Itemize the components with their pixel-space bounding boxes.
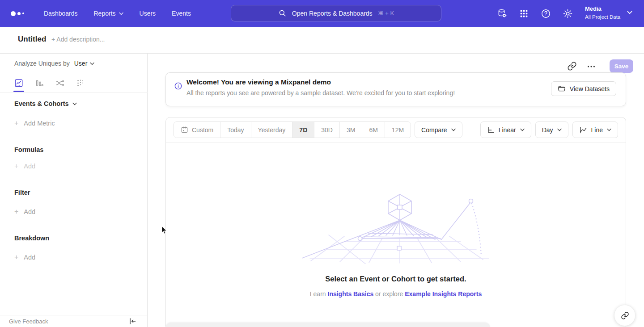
flows-tab-icon[interactable]: [55, 79, 64, 88]
compare-dropdown[interactable]: Compare: [415, 122, 462, 138]
welcome-banner: Welcome! You are viewing a Mixpanel demo…: [165, 72, 626, 106]
chevron-down-icon: [90, 62, 94, 65]
search-placeholder: Open Reports & Dashboards: [292, 10, 373, 17]
add-metric-button[interactable]: + Add Metric: [14, 119, 55, 127]
save-button[interactable]: Save: [610, 59, 633, 73]
example-insights-reports-link[interactable]: Example Insights Reports: [405, 290, 482, 298]
range-12m[interactable]: 12M: [385, 122, 411, 138]
range-custom[interactable]: Custom: [174, 122, 220, 138]
primary-nav: Dashboards Reports Users Events: [44, 10, 191, 17]
report-description-placeholder[interactable]: + Add description...: [51, 36, 105, 43]
view-datasets-button[interactable]: View Datasets: [551, 81, 616, 96]
nav-events[interactable]: Events: [172, 10, 191, 17]
plus-icon: +: [14, 208, 18, 216]
retention-tab-icon[interactable]: [76, 79, 85, 88]
analyze-value-dropdown[interactable]: User: [74, 60, 95, 67]
nav-dashboards[interactable]: Dashboards: [44, 10, 78, 17]
analyze-uniques-row: Analyze Uniques by User: [14, 60, 94, 67]
project-chevron-down-icon[interactable]: [627, 11, 632, 14]
plus-icon: +: [14, 119, 18, 127]
chevron-down-icon: [557, 128, 562, 131]
chevron-down-icon: [520, 128, 525, 131]
filter-section: Filter: [14, 189, 30, 196]
insights-basics-link[interactable]: Insights Basics: [328, 290, 374, 298]
mixpanel-logo[interactable]: [11, 11, 30, 16]
range-6m[interactable]: 6M: [362, 122, 384, 138]
breakdown-section: Breakdown: [14, 235, 49, 242]
project-scope: All Project Data: [585, 13, 620, 21]
range-yesterday[interactable]: Yesterday: [251, 122, 292, 138]
gear-icon[interactable]: [562, 8, 573, 19]
share-link-fab[interactable]: [614, 305, 636, 326]
scale-dropdown[interactable]: Linear: [480, 122, 531, 138]
banner-title: Welcome! You are viewing a Mixpanel demo: [186, 78, 331, 86]
bottom-panel-edge: [165, 323, 490, 327]
help-circle-icon[interactable]: [540, 8, 551, 19]
chart-display-controls: Linear Day Line: [480, 122, 618, 138]
range-3m[interactable]: 3M: [339, 122, 362, 138]
chart-controls: Custom Today Yesterday 7D 30D 3M 6M 12M …: [166, 117, 626, 143]
collapse-sidebar-icon[interactable]: [128, 317, 136, 325]
empty-state-illustration: [302, 190, 490, 264]
chevron-down-icon: [119, 12, 123, 15]
grid-apps-icon[interactable]: [518, 8, 529, 19]
search-shortcut: ⌘ + K: [378, 10, 394, 17]
chevron-down-icon: [607, 128, 611, 131]
analyze-prefix: Analyze Uniques by: [14, 60, 70, 67]
date-range-segmented-control: Custom Today Yesterday 7D 30D 3M 6M 12M: [174, 122, 411, 138]
axis-icon: [487, 126, 495, 134]
calendar-icon: [181, 126, 188, 134]
info-circle-icon: [174, 82, 182, 90]
search-icon: [278, 9, 287, 17]
chart-type-dropdown[interactable]: Line: [572, 122, 618, 138]
database-gear-icon[interactable]: [496, 8, 507, 19]
chevron-down-icon: [451, 128, 456, 131]
plus-icon: +: [14, 253, 18, 261]
report-header: Untitled + Add description... Save: [0, 27, 644, 54]
range-today[interactable]: Today: [220, 122, 250, 138]
range-7d-selected[interactable]: 7D: [292, 122, 314, 138]
events-cohorts-section[interactable]: Events & Cohorts: [14, 100, 77, 107]
formulas-section: Formulas: [14, 146, 43, 153]
project-switcher[interactable]: Media All Project Data: [585, 5, 620, 21]
mixpanel-insights-page: Dashboards Reports Users Events Open Rep…: [0, 0, 644, 327]
plus-icon: +: [14, 162, 18, 170]
insights-tab-icon[interactable]: [14, 79, 23, 88]
top-nav: Dashboards Reports Users Events Open Rep…: [0, 0, 644, 27]
more-options-ellipsis-icon[interactable]: [586, 62, 596, 71]
funnels-tab-icon[interactable]: [35, 79, 44, 88]
report-title[interactable]: Untitled: [18, 35, 46, 44]
chart-panel: Custom Today Yesterday 7D 30D 3M 6M 12M …: [165, 117, 626, 327]
empty-state-subtitle: Learn Insights Basics or explore Example…: [166, 290, 626, 298]
add-filter-button[interactable]: + Add: [14, 208, 35, 216]
empty-state-title: Select an Event or Cohort to get started…: [166, 275, 626, 283]
add-formula-button[interactable]: + Add: [14, 162, 35, 170]
query-builder-sidebar: Analyze Uniques by User Events & Cohorts: [0, 54, 148, 327]
global-search[interactable]: Open Reports & Dashboards ⌘ + K: [231, 5, 441, 21]
project-name: Media: [585, 5, 620, 13]
add-breakdown-button[interactable]: + Add: [14, 253, 35, 261]
report-type-tabs: [0, 74, 148, 92]
give-feedback-link[interactable]: Give Feedback: [9, 318, 48, 325]
copy-link-icon[interactable]: [567, 61, 577, 71]
interval-dropdown[interactable]: Day: [535, 122, 568, 138]
sidebar-footer: Give Feedback: [0, 315, 147, 327]
banner-subtitle: All the reports you see are powered by a…: [186, 89, 455, 96]
link-icon: [621, 311, 629, 320]
range-30d[interactable]: 30D: [314, 122, 339, 138]
nav-reports[interactable]: Reports: [94, 10, 123, 17]
nav-utilities: [496, 0, 573, 27]
nav-users[interactable]: Users: [140, 10, 156, 17]
folder-icon: [558, 85, 566, 93]
line-chart-icon: [579, 126, 587, 134]
active-tab-indicator: [13, 91, 24, 92]
chevron-down-icon: [72, 102, 77, 105]
